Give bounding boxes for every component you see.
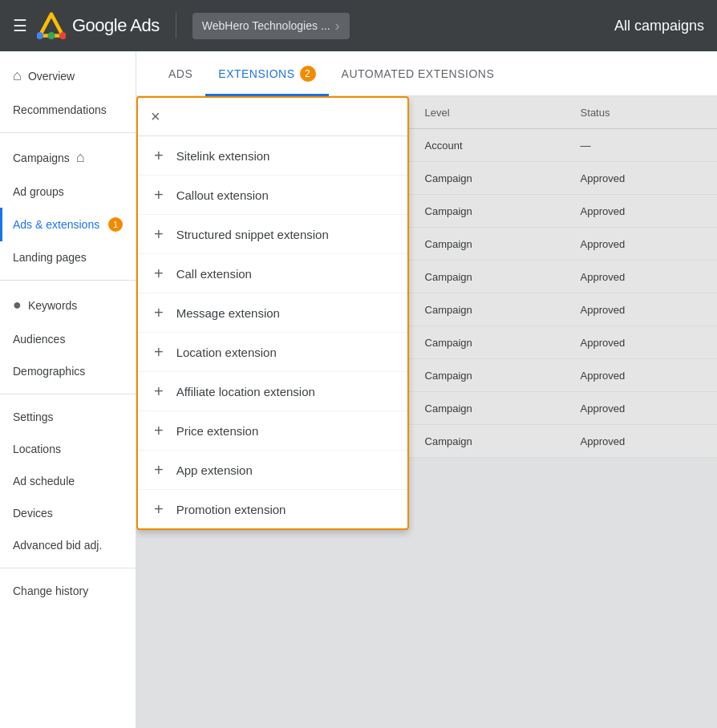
sidebar: ⌂ Overview Recommendations Campaigns ⌂ A… [0,51,136,728]
campaign-home-icon: ⌂ [76,149,85,166]
plus-icon: + [154,148,164,164]
sidebar-item-label: Keywords [28,299,77,312]
tab-automated-extensions[interactable]: AUTOMATED EXTENSIONS [329,51,508,96]
sidebar-divider-3 [0,394,136,394]
main-layout: ⌂ Overview Recommendations Campaigns ⌂ A… [0,51,717,728]
google-ads-logo [37,11,66,40]
app-title: Google Ads [72,15,160,36]
dropdown-item-label: App extension [176,463,253,477]
page-title: All campaigns [614,18,704,34]
sidebar-item-label: Ad groups [13,185,64,198]
plus-icon: + [154,226,164,242]
sidebar-item-overview[interactable]: ⌂ Overview [0,58,136,94]
dropdown-item-location[interactable]: + Location extension [138,333,407,372]
dropdown-item-label: Promotion extension [176,503,286,516]
sidebar-item-audiences[interactable]: Audiences [0,323,136,355]
sidebar-item-label: Locations [13,443,61,455]
sidebar-item-keywords[interactable]: ● Keywords [0,287,136,323]
plus-icon: + [154,187,164,203]
dropdown-item-promotion[interactable]: + Promotion extension [138,490,407,528]
sidebar-badge: 1 [108,217,123,232]
hamburger-icon[interactable]: ☰ [13,16,27,35]
content-area: ADS EXTENSIONS 2 AUTOMATED EXTENSIONS [136,51,717,728]
home-icon: ⌂ [13,67,22,84]
sidebar-item-label: Audiences [13,333,65,346]
tab-ads[interactable]: ADS [156,51,205,96]
dropdown-item-affiliate-location[interactable]: + Affiliate location extension [138,372,407,411]
sidebar-item-landing-pages[interactable]: Landing pages [0,241,136,273]
top-navigation: ☰ Google Ads WebHero Technologies ... › … [0,0,717,51]
dropdown-item-callout[interactable]: + Callout extension [138,176,407,215]
plus-icon: + [154,344,164,360]
sidebar-item-label: Ads & extensions [13,218,99,231]
account-selector[interactable]: WebHero Technologies ... › [192,13,350,39]
dropdown-item-app[interactable]: + App extension [138,451,407,490]
account-name: WebHero Technologies ... [202,19,330,32]
sidebar-item-demographics[interactable]: Demographics [0,355,136,387]
sidebar-item-label: Demographics [13,365,85,378]
plus-icon: + [154,462,164,478]
tab-automated-label: AUTOMATED EXTENSIONS [342,67,495,80]
sidebar-item-label: Ad schedule [13,475,75,487]
plus-icon: + [154,265,164,281]
tab-extensions-label: EXTENSIONS [218,67,294,80]
dropdown-item-label: Message extension [176,306,280,320]
sidebar-item-change-history[interactable]: Change history [0,575,136,607]
dropdown-item-sitelink[interactable]: + Sitelink extension [138,136,407,176]
sidebar-item-label: Settings [13,411,54,423]
sidebar-item-label: Overview [28,70,75,83]
sidebar-divider-2 [0,280,136,281]
sidebar-item-ads-extensions[interactable]: Ads & extensions 1 [0,208,136,241]
nav-divider [176,13,176,38]
tabs-bar: ADS EXTENSIONS 2 AUTOMATED EXTENSIONS [136,51,717,96]
dropdown-item-price[interactable]: + Price extension [138,411,407,451]
svg-point-1 [48,32,55,39]
sidebar-item-ad-groups[interactable]: Ad groups [0,176,136,208]
plus-icon: + [154,383,164,399]
dropdown-close-area: × [138,98,407,136]
sidebar-item-settings[interactable]: Settings [0,401,136,433]
dropdown-item-label: Affiliate location extension [176,385,315,398]
plus-icon: + [154,501,164,517]
sidebar-divider [0,132,136,133]
sidebar-item-label: Landing pages [13,251,87,264]
sidebar-item-label: Advanced bid adj. [13,539,102,552]
dropdown-item-label: Location extension [176,346,277,359]
extension-type-dropdown: × + Sitelink extension + Callout extensi… [136,96,409,530]
dropdown-item-structured-snippet[interactable]: + Structured snippet extension [138,215,407,254]
plus-icon: + [154,423,164,439]
plus-icon: + [154,305,164,321]
sidebar-item-recommendations[interactable]: Recommendations [0,94,136,126]
dropdown-item-label: Price extension [176,424,259,438]
dropdown-item-label: Callout extension [176,188,269,202]
dropdown-item-message[interactable]: + Message extension [138,293,407,333]
dropdown-item-label: Call extension [176,267,252,281]
sidebar-divider-4 [0,568,136,568]
extensions-badge: 2 [300,66,316,82]
dropdown-item-label: Sitelink extension [176,149,270,163]
dropdown-item-call[interactable]: + Call extension [138,254,407,293]
keywords-icon: ● [13,297,22,313]
dropdown-item-label: Structured snippet extension [176,228,329,241]
sidebar-item-advanced-bid[interactable]: Advanced bid adj. [0,529,136,561]
sidebar-item-campaigns[interactable]: Campaigns ⌂ [0,140,136,176]
sidebar-item-ad-schedule[interactable]: Ad schedule [0,465,136,497]
chevron-right-icon: › [335,18,340,34]
sidebar-item-devices[interactable]: Devices [0,497,136,529]
sidebar-item-label: Devices [13,507,53,520]
tab-ads-label: ADS [168,67,192,80]
sidebar-item-label: Recommendations [13,103,107,116]
sidebar-item-label: Campaigns [13,152,70,164]
table-area: Extension type Level Status Location ext… [136,96,717,728]
sidebar-item-locations[interactable]: Locations [0,433,136,465]
sidebar-item-label: Change history [13,584,88,597]
logo-container: Google Ads [37,11,160,40]
close-dropdown-button[interactable]: × [151,107,160,126]
tab-extensions[interactable]: EXTENSIONS 2 [205,51,328,96]
